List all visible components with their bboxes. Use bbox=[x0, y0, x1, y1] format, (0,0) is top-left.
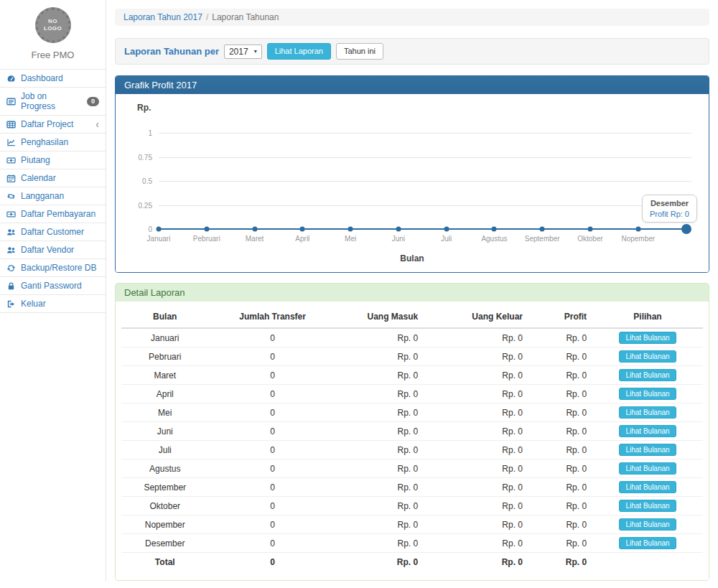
x-axis-tick-label: Oktober bbox=[577, 235, 603, 243]
sidebar-item-penghasilan[interactable]: Penghasilan bbox=[0, 134, 106, 151]
cell-profit: Rp. 0 bbox=[528, 459, 592, 478]
cell-profit: Rp. 0 bbox=[528, 403, 592, 422]
sidebar-item-langganan[interactable]: Langganan bbox=[0, 187, 106, 205]
no-logo-badge: NO LOGO bbox=[35, 7, 71, 43]
cell-jumlah-transfer: 0 bbox=[209, 385, 337, 403]
total-label: Total bbox=[121, 553, 209, 571]
cell-uang-keluar: Rp. 0 bbox=[424, 403, 528, 422]
cell-jumlah-transfer: 0 bbox=[209, 403, 337, 422]
data-point-juli bbox=[444, 227, 449, 232]
sidebar-item-keluar[interactable]: Keluar bbox=[0, 295, 106, 313]
cell-bulan: Juni bbox=[121, 422, 209, 441]
users-icon bbox=[6, 228, 16, 237]
view-monthly-button[interactable]: Lihat Bulanan bbox=[619, 481, 676, 493]
cell-pilihan: Lihat Bulanan bbox=[592, 422, 703, 441]
view-monthly-button[interactable]: Lihat Bulanan bbox=[619, 500, 676, 512]
x-axis-title: Bulan bbox=[126, 253, 699, 265]
y-axis-tick-label: 1 bbox=[148, 129, 152, 137]
view-monthly-button[interactable]: Lihat Bulanan bbox=[619, 350, 676, 363]
cell-uang-keluar: Rp. 0 bbox=[424, 515, 528, 534]
app-name: Free PMO bbox=[0, 50, 106, 60]
sidebar-item-daftar-customer[interactable]: Daftar Customer bbox=[0, 223, 106, 241]
sidebar-item-piutang[interactable]: Piutang bbox=[0, 151, 106, 169]
sidebar-item-label: Piutang bbox=[21, 155, 50, 165]
data-point-nopember bbox=[635, 227, 640, 232]
sidebar-item-label: Job on Progress bbox=[21, 91, 82, 111]
view-monthly-button[interactable]: Lihat Bulanan bbox=[619, 406, 676, 419]
cell-uang-masuk: Rp. 0 bbox=[337, 385, 424, 403]
cell-uang-keluar: Rp. 0 bbox=[424, 385, 528, 403]
sidebar-item-job-on-progress[interactable]: Job on Progress 0 bbox=[0, 88, 106, 116]
line-chart-plot[interactable]: Desember Profit Rp: 0 10.750.50.250Janua… bbox=[159, 133, 691, 229]
col-header-bulan: Bulan bbox=[121, 306, 209, 328]
detail-panel-title: Detail Laporan bbox=[116, 284, 709, 302]
x-axis-tick-label: Juli bbox=[441, 235, 452, 243]
view-monthly-button[interactable]: Lihat Bulanan bbox=[619, 518, 676, 531]
y-axis-tick-label: 0 bbox=[148, 225, 152, 233]
sidebar-item-label: Daftar Project bbox=[21, 119, 73, 129]
sidebar-item-backup-restore-db[interactable]: Backup/Restore DB bbox=[0, 259, 106, 277]
x-axis-tick-label: Pebruari bbox=[193, 235, 220, 243]
sidebar-item-calendar[interactable]: Calendar bbox=[0, 169, 106, 187]
cell-pilihan: Lihat Bulanan bbox=[592, 441, 703, 459]
view-monthly-button[interactable]: Lihat Bulanan bbox=[619, 388, 676, 400]
cell-profit: Rp. 0 bbox=[528, 422, 592, 441]
cell-bulan: Oktober bbox=[121, 497, 209, 515]
table-row: Januari 0 Rp. 0 Rp. 0 Rp. 0 Lihat Bulana… bbox=[121, 328, 703, 347]
cell-uang-masuk: Rp. 0 bbox=[337, 459, 424, 478]
sidebar-item-label: Ganti Password bbox=[21, 281, 82, 291]
cell-uang-masuk: Rp. 0 bbox=[337, 403, 424, 422]
gridline bbox=[159, 181, 691, 182]
refresh-icon bbox=[6, 263, 16, 273]
calendar-icon bbox=[6, 174, 16, 183]
cell-bulan: Januari bbox=[121, 328, 209, 347]
cell-uang-masuk: Rp. 0 bbox=[337, 478, 424, 497]
gridline bbox=[159, 133, 691, 134]
cell-pilihan: Lihat Bulanan bbox=[592, 347, 703, 366]
cell-profit: Rp. 0 bbox=[528, 441, 592, 459]
view-monthly-button[interactable]: Lihat Bulanan bbox=[619, 537, 676, 549]
view-monthly-button[interactable]: Lihat Bulanan bbox=[619, 369, 676, 381]
cell-profit: Rp. 0 bbox=[528, 385, 592, 403]
table-header-row: Bulan Jumlah Transfer Uang Masuk Uang Ke… bbox=[121, 306, 703, 328]
view-monthly-button[interactable]: Lihat Bulanan bbox=[619, 332, 676, 344]
year-select-value: 2017 bbox=[229, 47, 248, 57]
this-year-button[interactable]: Tahun ini bbox=[336, 43, 383, 60]
view-monthly-button[interactable]: Lihat Bulanan bbox=[619, 462, 676, 475]
year-select[interactable]: 2017 ▾ bbox=[224, 45, 262, 59]
sidebar-item-dashboard[interactable]: Dashboard bbox=[0, 70, 106, 88]
total-action-empty bbox=[592, 553, 703, 571]
filter-label: Laporan Tahunan per bbox=[124, 46, 219, 57]
sidebar-item-label: Daftar Pembayaran bbox=[21, 209, 95, 219]
breadcrumb-link[interactable]: Laporan Tahun 2017 bbox=[123, 12, 202, 22]
cell-profit: Rp. 0 bbox=[528, 478, 592, 497]
table-row: Oktober 0 Rp. 0 Rp. 0 Rp. 0 Lihat Bulana… bbox=[121, 497, 703, 515]
users-icon bbox=[6, 246, 16, 255]
view-monthly-button[interactable]: Lihat Bulanan bbox=[619, 444, 676, 456]
sidebar-item-daftar-pembayaran[interactable]: Daftar Pembayaran bbox=[0, 205, 106, 223]
list-icon bbox=[6, 97, 16, 106]
total-uang-keluar: Rp. 0 bbox=[424, 553, 528, 571]
cell-bulan: Maret bbox=[121, 366, 209, 385]
sidebar-item-daftar-vendor[interactable]: Daftar Vendor bbox=[0, 241, 106, 259]
dashboard-icon bbox=[6, 74, 16, 83]
cell-bulan: Desember bbox=[121, 534, 209, 553]
chart-tooltip: Desember Profit Rp: 0 bbox=[642, 195, 697, 223]
sidebar-item-label: Penghasilan bbox=[21, 137, 68, 147]
y-axis-title: Rp. bbox=[137, 103, 699, 113]
cell-uang-masuk: Rp. 0 bbox=[337, 534, 424, 553]
cell-uang-masuk: Rp. 0 bbox=[337, 497, 424, 515]
cell-jumlah-transfer: 0 bbox=[209, 497, 337, 515]
data-point-mei bbox=[348, 227, 353, 232]
sidebar-item-ganti-password[interactable]: Ganti Password bbox=[0, 277, 106, 295]
view-report-button[interactable]: Lihat Laporan bbox=[267, 43, 331, 60]
table-row: Mei 0 Rp. 0 Rp. 0 Rp. 0 Lihat Bulanan bbox=[121, 403, 703, 422]
chart-body: Rp. Desember Profit Rp: 0 10.750.50.250J… bbox=[116, 94, 709, 272]
table-total-row: Total 0 Rp. 0 Rp. 0 Rp. 0 bbox=[121, 553, 703, 571]
cell-pilihan: Lihat Bulanan bbox=[592, 478, 703, 497]
sidebar-item-daftar-project[interactable]: Daftar Project ‹ bbox=[0, 116, 106, 134]
view-monthly-button[interactable]: Lihat Bulanan bbox=[619, 425, 676, 437]
data-point-desember bbox=[681, 224, 691, 234]
cell-jumlah-transfer: 0 bbox=[209, 347, 337, 366]
cell-bulan: Agustus bbox=[121, 459, 209, 478]
